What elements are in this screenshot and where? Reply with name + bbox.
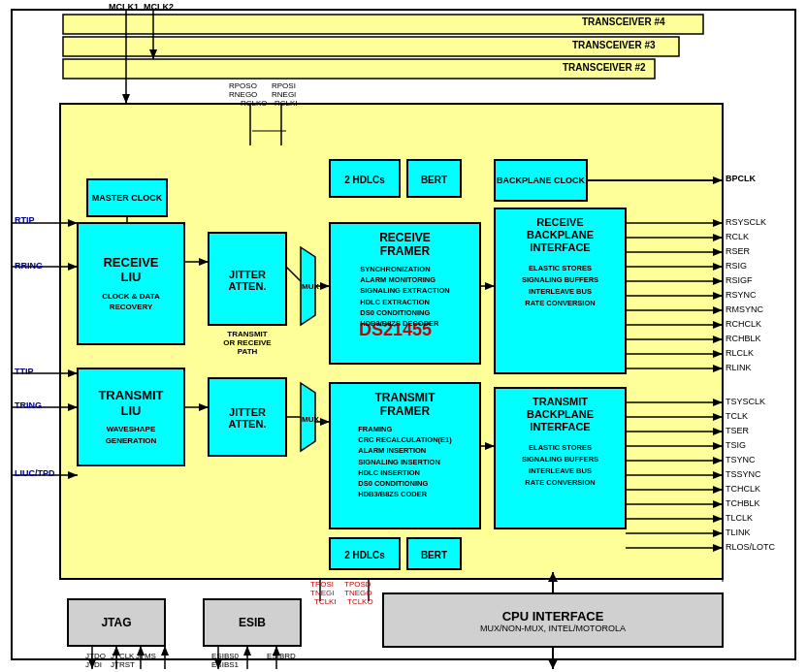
rlink-label: RLINK [726, 363, 752, 372]
rchblk-label: RCHBLK [726, 334, 761, 343]
backplane-clock-block: BACKPLANE CLOCK [496, 162, 586, 199]
rring-label: RRING [15, 261, 43, 271]
svg-marker-6 [122, 94, 130, 104]
svg-marker-8 [149, 49, 157, 59]
svg-marker-41 [713, 176, 723, 184]
rsigf-label: RSIGF [726, 275, 753, 285]
receive-liu-block: RECEIVELIU CLOCK & DATARECOVERY [79, 225, 183, 342]
svg-marker-51 [713, 277, 723, 285]
tsysclk-label: TSYSCLK [726, 397, 765, 406]
svg-marker-65 [713, 399, 723, 406]
svg-marker-73 [713, 457, 723, 464]
bert-top: BERT [408, 162, 460, 197]
transmit-liu-subtitle: WAVESHAPEGENERATION [106, 424, 157, 445]
svg-marker-81 [713, 515, 723, 523]
tnego-label: TNEGO [344, 589, 371, 597]
tsig-label: TSIG [726, 440, 746, 450]
rsig-label: RSIG [726, 261, 747, 271]
rsync-label: RSYNC [726, 290, 757, 300]
transmit-framer-title: TRANSMITFRAMER [375, 391, 436, 419]
esibs1-label: ESIBS1 [211, 660, 239, 669]
tsync-label: TSYNC [726, 455, 756, 464]
tlclk-label: TLCLK [726, 513, 753, 523]
transmit-framer-content: FRAMING CRC RECALCULATION(E1) ALARM INSE… [358, 424, 452, 500]
svg-marker-49 [713, 263, 723, 271]
transmit-backplane-block: TRANSMITBACKPLANEINTERFACE ELASTIC STORE… [496, 390, 625, 527]
tser-label: TSER [726, 426, 749, 435]
jtclk-label: JTCLK [111, 652, 134, 660]
svg-marker-89 [199, 403, 209, 411]
svg-marker-83 [713, 529, 723, 537]
svg-marker-67 [713, 413, 723, 421]
rclki-label: RCLKI [274, 99, 298, 108]
svg-marker-71 [713, 442, 723, 450]
jitter-atten-2: JITTERATTEN. [210, 381, 285, 455]
jtag-block: JTAG [69, 601, 164, 644]
liuctpd-label: LIUC/TPD [15, 468, 55, 478]
transmit-liu-block: TRANSMITLIU WAVESHAPEGENERATION [79, 370, 183, 464]
jitter-atten-1: JITTERATTEN. [210, 236, 285, 324]
transmit-liu-title: TRANSMITLIU [98, 388, 163, 418]
tposd-label: TPOSD [344, 580, 371, 589]
svg-marker-45 [713, 234, 723, 241]
svg-marker-55 [713, 306, 723, 314]
svg-marker-47 [713, 248, 723, 256]
bpclk-label: BPCLK [726, 174, 756, 183]
svg-marker-14 [68, 369, 78, 377]
svg-marker-97 [485, 282, 495, 290]
rlos-lotc-label: RLOS/LOTC [726, 542, 775, 552]
svg-marker-85 [713, 544, 723, 552]
ttip-label: TTIP [15, 367, 34, 376]
rclk-label: RCLK [726, 232, 749, 241]
transceiver2-label: TRANSCEIVER #2 [563, 62, 646, 73]
svg-marker-69 [713, 428, 723, 435]
esibrd-label: ESIBRD [267, 652, 296, 660]
cpu-title: CPU INTERFACE [502, 609, 604, 624]
svg-text:MUX: MUX [302, 415, 319, 424]
rnegi-label: RNEGI [272, 90, 296, 99]
jtdi-label: JTDI [85, 660, 102, 669]
tchclk-label: TCHCLK [726, 484, 760, 494]
rsysclk-label: RSYSCLK [726, 217, 766, 227]
hdlc-top: 2 HDLCs [331, 162, 399, 197]
svg-marker-43 [713, 219, 723, 227]
receive-framer-title: RECEIVEFRAMER [379, 231, 431, 259]
receive-backplane-title: RECEIVEBACKPLANEINTERFACE [527, 216, 594, 255]
cpu-block: CPU INTERFACE MUX/NON-MUX, INTEL/MOTOROL… [384, 595, 722, 646]
svg-text:MUX: MUX [302, 282, 319, 291]
rser-label: RSER [726, 246, 750, 256]
svg-marker-95 [320, 418, 330, 426]
rclko-label: RCLKO [241, 99, 268, 108]
svg-line-90 [286, 267, 301, 281]
receive-liu-subtitle: CLOCK & DATARECOVERY [102, 291, 160, 312]
svg-marker-59 [713, 336, 723, 343]
transmit-framer-block: TRANSMITFRAMER FRAMING CRC RECALCULATION… [331, 385, 479, 527]
diagram-container: MUX MUX [0, 0, 807, 672]
transmit-receive-path: TRANSMITOR RECEIVEPATH [209, 330, 286, 356]
svg-marker-24 [301, 247, 315, 325]
tlink-label: TLINK [726, 528, 751, 537]
transmit-backplane-content: ELASTIC STORES SIGNALING BUFFERS INTERLE… [522, 442, 598, 489]
receive-framer-content: SYNCHRONIZATION ALARM MONITORING SIGNALI… [360, 264, 450, 330]
svg-marker-121 [548, 659, 558, 669]
rnego-label: RNEGO [229, 90, 257, 99]
svg-marker-10 [68, 219, 78, 227]
receive-liu-title: RECEIVELIU [103, 255, 158, 285]
esib-block: ESIB [205, 601, 300, 644]
jtms-label: JTMS [136, 652, 156, 660]
tchblk-label: TCHBLK [726, 498, 760, 508]
jtrst-label: JTRST [111, 660, 135, 669]
svg-marker-87 [199, 258, 209, 266]
rlclk-label: RLCLK [726, 348, 754, 358]
tnegi-label: TNEGI [310, 589, 334, 597]
receive-framer-block: RECEIVEFRAMER SYNCHRONIZATION ALARM MONI… [331, 225, 479, 362]
transceiver4-label: TRANSCEIVER #4 [582, 16, 665, 27]
svg-marker-79 [713, 500, 723, 508]
transceiver3-label: TRANSCEIVER #3 [572, 40, 656, 50]
tssync-label: TSSYNC [726, 469, 761, 479]
cpu-subtitle: MUX/NON-MUX, INTEL/MOTOROLA [480, 624, 626, 633]
receive-backplane-block: RECEIVEBACKPLANEINTERFACE ELASTIC STORES… [496, 210, 625, 371]
svg-marker-16 [68, 403, 78, 411]
svg-marker-77 [713, 486, 723, 494]
master-clock-block: MASTER CLOCK [88, 180, 166, 215]
